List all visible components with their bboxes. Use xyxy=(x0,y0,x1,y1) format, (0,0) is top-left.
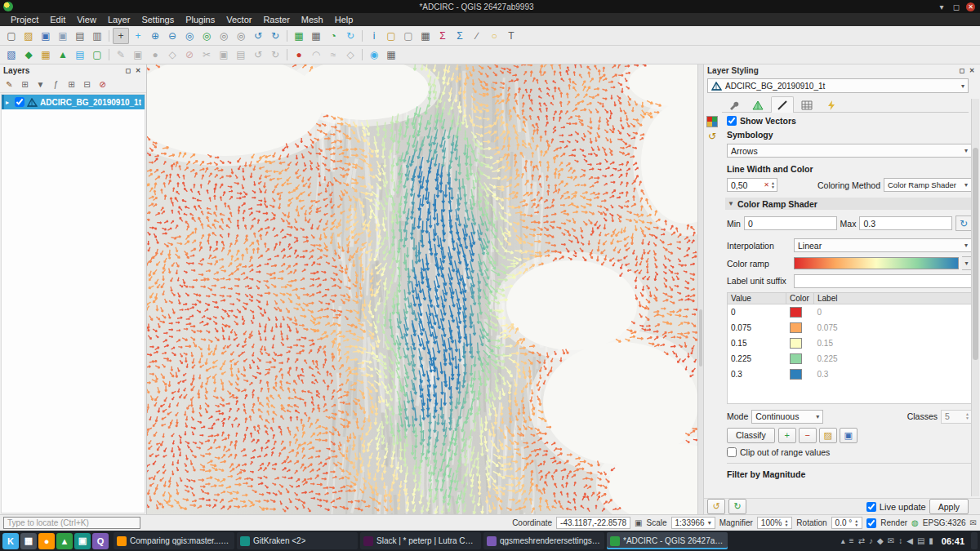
task-qgis[interactable]: *ADCIRC - QGIS 26427ab9993 xyxy=(607,532,728,549)
spinner-arrows-icon[interactable]: ▲▼ xyxy=(771,181,775,189)
toolbar-separator[interactable] xyxy=(359,47,365,62)
add-group-icon[interactable]: ⊞ xyxy=(18,78,32,91)
styling-close-icon[interactable]: ✕ xyxy=(967,67,977,74)
classes-spinbox[interactable]: 5 ▲▼ xyxy=(941,410,972,424)
task-firefox[interactable]: Comparing qgis:master...vcl... xyxy=(114,532,234,549)
window-maximize-icon[interactable]: ◻ xyxy=(951,2,961,11)
tray-expand-icon[interactable]: ▴ xyxy=(841,536,845,545)
cell-color[interactable] xyxy=(786,367,814,382)
menu-view[interactable]: View xyxy=(71,13,102,26)
tab-source[interactable] xyxy=(722,96,745,113)
pan-to-selection-icon[interactable]: + xyxy=(130,28,146,44)
task-editor[interactable]: qgsmeshrenderersettings.h... xyxy=(483,532,604,549)
color-swatch[interactable] xyxy=(790,322,802,333)
classify-button[interactable]: Classify xyxy=(727,428,775,443)
open-layer-styling-icon[interactable]: ✎ xyxy=(2,78,16,91)
splitter-handle[interactable] xyxy=(699,309,702,367)
field-calculator-icon[interactable]: Σ xyxy=(434,28,451,44)
move-feature-icon[interactable]: ◇ xyxy=(164,47,180,63)
tray-keyboard-icon[interactable]: ≡ xyxy=(849,536,854,545)
window-close-icon[interactable]: ✕ xyxy=(966,2,975,11)
tray-updates-icon[interactable]: ⇄ xyxy=(858,536,865,545)
tab-attributes[interactable] xyxy=(795,96,818,113)
clear-value-icon[interactable]: ✕ xyxy=(764,181,769,189)
menu-help[interactable]: Help xyxy=(329,13,359,26)
identify-features-icon[interactable]: i xyxy=(366,28,382,44)
copy-features-icon[interactable]: ▣ xyxy=(216,47,232,63)
add-raster-layer-icon[interactable]: ▦ xyxy=(38,47,54,63)
zoom-out-icon[interactable]: ⊖ xyxy=(164,28,180,44)
history-icon[interactable]: ↺ xyxy=(708,131,716,142)
menu-settings[interactable]: Settings xyxy=(136,13,180,26)
add-mesh-layer-icon[interactable]: ▲ xyxy=(55,47,71,63)
menu-plugins[interactable]: Plugins xyxy=(180,13,220,26)
column-header-value[interactable]: Value xyxy=(728,293,786,304)
extents-icon[interactable]: ▣ xyxy=(635,518,642,527)
vertex-tool-icon[interactable]: ◇ xyxy=(342,47,359,63)
new-shapefile-icon[interactable]: ▢ xyxy=(89,47,105,63)
cell-label[interactable]: 0.225 xyxy=(814,351,972,367)
menu-raster[interactable]: Raster xyxy=(257,13,295,26)
styling-float-icon[interactable]: ◻ xyxy=(957,67,967,74)
data-source-manager-icon[interactable]: ▧ xyxy=(3,47,20,63)
interpolation-combo[interactable]: Linear ▾ xyxy=(794,238,972,252)
cell-value[interactable]: 0.225 xyxy=(728,351,786,367)
new-print-layout-icon[interactable]: ▤ xyxy=(72,28,88,44)
toolbar-separator[interactable] xyxy=(284,29,290,43)
scale-combo[interactable]: 1:33966 ▾ xyxy=(671,517,715,529)
cell-color[interactable] xyxy=(786,304,814,321)
crs-label[interactable]: EPSG:4326 xyxy=(923,518,966,527)
zoom-to-layer-icon[interactable]: ◎ xyxy=(233,28,249,44)
zoom-to-selection-icon[interactable]: ◎ xyxy=(216,28,232,44)
spinner-arrows-icon[interactable]: ▲▼ xyxy=(854,519,858,527)
tray-clipboard-icon[interactable]: ▤ xyxy=(917,536,924,545)
mode-combo[interactable]: Continuous ▾ xyxy=(751,410,823,424)
filter-expression-icon[interactable]: ƒ xyxy=(49,78,63,91)
cell-color[interactable] xyxy=(786,320,814,335)
apply-button[interactable]: Apply xyxy=(929,499,969,514)
tray-volume-icon[interactable]: ◀ xyxy=(906,536,913,545)
color-swatch[interactable] xyxy=(790,307,802,318)
column-header-color[interactable]: Color xyxy=(786,293,814,304)
filter-legend-icon[interactable]: ▼ xyxy=(33,78,47,91)
open-attribute-table-icon[interactable]: ▦ xyxy=(417,28,434,44)
coordinate-input[interactable]: -43.1187,-22.8578 xyxy=(556,517,630,529)
menu-mesh[interactable]: Mesh xyxy=(296,13,329,26)
min-input[interactable]: 0 xyxy=(744,216,837,230)
undo-style-icon[interactable]: ↺ xyxy=(707,499,725,514)
deselect-features-icon[interactable]: ▢ xyxy=(400,28,416,44)
menu-layer[interactable]: Layer xyxy=(102,13,136,26)
zoom-native-icon[interactable]: ◎ xyxy=(181,28,198,44)
remove-value-icon[interactable]: − xyxy=(799,428,817,443)
new-map-view-icon[interactable]: ▦ xyxy=(291,28,307,44)
save-project-icon[interactable]: ▣ xyxy=(38,28,54,44)
pan-map-icon[interactable]: + xyxy=(113,28,129,44)
layer-visibility-checkbox[interactable] xyxy=(15,97,24,107)
zoom-next-icon[interactable]: ↻ xyxy=(267,28,283,44)
stream-digitize-icon[interactable]: ≈ xyxy=(325,47,341,63)
add-vector-layer-icon[interactable]: ◆ xyxy=(20,47,37,63)
cell-label[interactable]: 0 xyxy=(814,304,972,321)
table-row[interactable]: 0.3 0.3 xyxy=(728,367,972,382)
text-annotation-icon[interactable]: T xyxy=(503,28,519,44)
layers-float-icon[interactable]: ◻ xyxy=(123,67,133,74)
firefox-launcher-icon[interactable]: ● xyxy=(38,533,55,549)
delete-selected-icon[interactable]: ⊘ xyxy=(181,47,198,63)
magnifier-spinbox[interactable]: 100% ▲▼ xyxy=(757,517,793,529)
rotation-spinbox[interactable]: 0.0 ° ▲▼ xyxy=(831,517,863,529)
table-row[interactable]: 0 0 xyxy=(728,304,972,321)
styling-scrollbar[interactable] xyxy=(971,99,979,496)
cut-features-icon[interactable]: ✂ xyxy=(198,47,215,63)
save-edits-icon[interactable]: ▣ xyxy=(130,47,146,63)
tray-mail-icon[interactable]: ✉ xyxy=(888,536,894,545)
cell-color[interactable] xyxy=(786,335,814,351)
clip-out-of-range-checkbox[interactable] xyxy=(727,447,737,457)
toolbar-separator[interactable] xyxy=(106,47,112,62)
toolbar-separator[interactable] xyxy=(106,29,112,43)
color-swatch[interactable] xyxy=(790,338,802,349)
zoom-in-icon[interactable]: ⊕ xyxy=(147,28,163,44)
tray-network-icon[interactable]: ↕ xyxy=(898,536,902,545)
pager-icon[interactable]: ▦ xyxy=(20,533,37,549)
cell-label[interactable]: 0.075 xyxy=(814,320,972,335)
show-desktop-button[interactable] xyxy=(971,532,978,549)
